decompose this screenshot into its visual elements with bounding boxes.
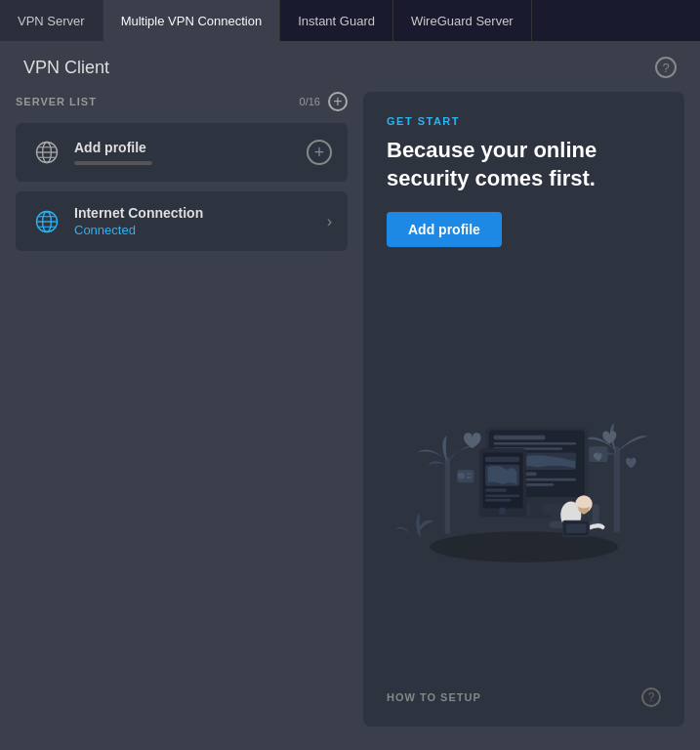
svg-rect-15	[494, 435, 546, 438]
tab-instant-guard[interactable]: Instant Guard	[280, 0, 393, 41]
left-panel: SERVER LIST 0/16 +	[16, 92, 348, 727]
svg-rect-26	[485, 456, 519, 461]
main-content: VPN Client ? SERVER LIST 0/16 +	[0, 41, 700, 750]
svg-rect-35	[467, 473, 472, 475]
internet-connection-name: Internet Connection	[74, 205, 327, 221]
svg-rect-30	[485, 498, 511, 501]
right-panel: GET START Because your online security c…	[363, 92, 684, 727]
svg-rect-29	[485, 494, 519, 497]
add-profile-add-button[interactable]: +	[307, 140, 332, 165]
promo-help-icon[interactable]: ?	[641, 688, 661, 707]
server-list-count: 0/16	[300, 96, 320, 107]
promo-illustration	[387, 263, 661, 676]
tab-wireguard-server[interactable]: WireGuard Server	[393, 0, 532, 41]
promo-add-profile-button[interactable]: Add profile	[387, 212, 502, 247]
add-server-button[interactable]: +	[328, 92, 348, 111]
add-profile-progress	[74, 161, 152, 165]
page-header: VPN Client ?	[0, 41, 700, 92]
page-title: VPN Client	[23, 58, 109, 78]
get-start-label: GET START	[387, 115, 661, 127]
server-list-header: SERVER LIST 0/16 +	[16, 92, 348, 111]
server-list-header-right: 0/16 +	[300, 92, 348, 111]
svg-point-34	[458, 472, 465, 479]
add-profile-icon	[31, 137, 62, 168]
tab-bar: VPN Server Multiple VPN Connection Insta…	[0, 0, 700, 41]
svg-rect-11	[445, 456, 450, 533]
svg-rect-12	[614, 446, 620, 532]
svg-rect-28	[485, 488, 507, 492]
tab-multiple-vpn[interactable]: Multiple VPN Connection	[103, 0, 281, 41]
tab-vpn-server[interactable]: VPN Server	[0, 0, 103, 41]
internet-connection-status: Connected	[74, 223, 327, 237]
server-item-internet-connection[interactable]: Internet Connection Connected ›	[16, 191, 348, 251]
svg-rect-43	[566, 523, 587, 533]
internet-connection-icon	[31, 206, 62, 237]
how-to-setup-label: HOW TO SETUP	[387, 691, 481, 703]
svg-rect-23	[522, 514, 552, 518]
svg-rect-16	[494, 441, 576, 444]
content-layout: SERVER LIST 0/16 +	[0, 92, 700, 742]
server-list-label: SERVER LIST	[16, 96, 97, 107]
add-profile-label: Add profile	[74, 140, 307, 155]
server-item-add-profile[interactable]: Add profile +	[16, 123, 348, 182]
svg-rect-22	[531, 504, 543, 515]
page-help-icon[interactable]: ?	[655, 57, 677, 78]
right-panel-footer: HOW TO SETUP ?	[387, 688, 661, 707]
svg-rect-36	[467, 477, 472, 479]
svg-point-31	[499, 507, 506, 514]
promo-title: Because your online security comes first…	[387, 137, 661, 192]
svg-point-10	[430, 531, 618, 562]
internet-connection-chevron: ›	[327, 213, 332, 230]
